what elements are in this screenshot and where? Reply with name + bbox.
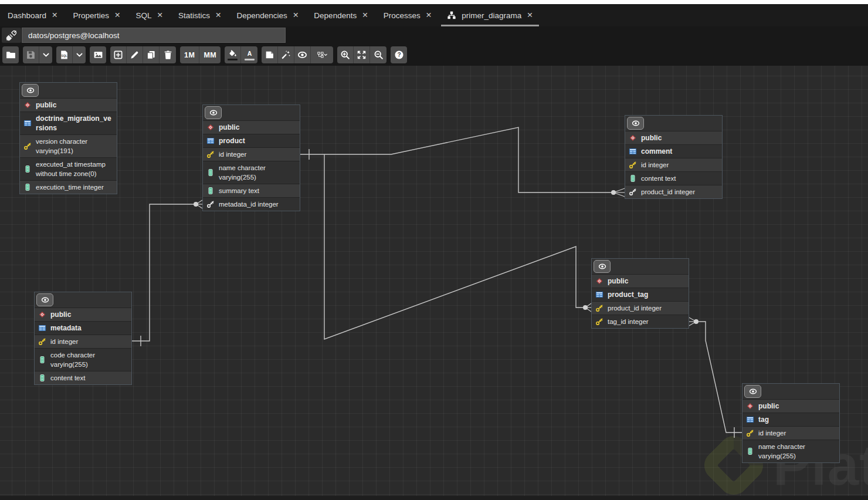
- tab-sql[interactable]: SQL✕: [128, 4, 171, 26]
- svg-text:?: ?: [397, 52, 401, 58]
- table-node-product[interactable]: publicproductid integername character va…: [202, 104, 300, 211]
- toggle-details-button[interactable]: [205, 106, 222, 119]
- note-icon: [265, 50, 274, 60]
- tab-statistics[interactable]: Statistics✕: [171, 4, 229, 26]
- foreign-key-icon: [629, 188, 637, 196]
- table-name-row: product_tag: [592, 288, 689, 301]
- tab-dashboard[interactable]: Dashboard✕: [0, 4, 66, 26]
- save-project-button[interactable]: [23, 46, 39, 63]
- primary-key-icon: [38, 337, 46, 346]
- many-to-many-button[interactable]: MM: [199, 46, 221, 63]
- table-node-doctrine_migration_versions[interactable]: publicdoctrine_migration_versionsversion…: [19, 82, 117, 194]
- column-row: name character varying(255): [742, 440, 839, 462]
- toolbar-group: [90, 46, 106, 63]
- tab-close-icon[interactable]: ✕: [52, 12, 57, 19]
- row-label: metadata: [50, 323, 82, 333]
- tab-close-icon[interactable]: ✕: [215, 12, 221, 19]
- image-icon: [93, 50, 103, 60]
- show-details-button[interactable]: [294, 46, 311, 63]
- page-top-strip: [0, 0, 868, 4]
- eye-icon: [26, 86, 35, 94]
- tab-close-icon[interactable]: ✕: [426, 12, 432, 19]
- zoom-out-icon: [374, 50, 384, 60]
- table-node-product_tag[interactable]: publicproduct_tagproduct_id integertag_i…: [591, 258, 689, 329]
- tab-processes[interactable]: Processes✕: [376, 4, 440, 26]
- toggle-details-button[interactable]: [594, 260, 611, 273]
- connection-input[interactable]: [22, 28, 286, 43]
- pencil-icon: [130, 50, 140, 60]
- sql-menu-button[interactable]: [73, 46, 86, 63]
- toolbar-group: ?: [391, 46, 407, 63]
- auto-align-button[interactable]: [278, 46, 294, 63]
- toggle-details-button[interactable]: [627, 117, 644, 130]
- row-label: public: [50, 310, 71, 319]
- toggle-details-button[interactable]: [22, 84, 39, 97]
- add-table-button[interactable]: [110, 46, 127, 63]
- tab-primer_diagrama[interactable]: primer_diagrama✕: [439, 4, 541, 26]
- toggle-details-button[interactable]: [744, 385, 761, 398]
- row-label: public: [36, 100, 56, 110]
- zoom-out-button[interactable]: [370, 46, 386, 63]
- row-label: comment: [641, 147, 672, 156]
- row-label: public: [219, 123, 239, 132]
- schema-row: public: [35, 308, 131, 321]
- toolbar-group: [2, 46, 19, 63]
- diagram-canvas[interactable]: [0, 66, 868, 496]
- primary-key-icon: [206, 150, 215, 158]
- tab-close-icon[interactable]: ✕: [293, 12, 299, 19]
- add-note-button[interactable]: [262, 46, 278, 63]
- drop-table-button[interactable]: [160, 46, 176, 63]
- save-as-menu-button[interactable]: [39, 46, 52, 63]
- download-image-button[interactable]: [90, 46, 106, 63]
- tab-dependencies[interactable]: Dependencies✕: [229, 4, 307, 26]
- open-project-button[interactable]: [2, 46, 19, 63]
- schema-diamond-icon: [23, 101, 32, 109]
- cardinality-notation-button[interactable]: [311, 46, 333, 63]
- schema-row: public: [20, 98, 117, 112]
- relation-icon: [317, 50, 327, 60]
- tab-dependents[interactable]: Dependents✕: [306, 4, 375, 26]
- row-label: summary text: [219, 186, 259, 195]
- table-node-metadata[interactable]: publicmetadataid integercode character v…: [34, 292, 132, 385]
- schema-row: public: [742, 399, 839, 413]
- edit-table-button[interactable]: [127, 46, 143, 63]
- tab-close-icon[interactable]: ✕: [362, 12, 368, 19]
- primary-key-icon: [595, 304, 603, 312]
- tab-close-icon[interactable]: ✕: [157, 12, 163, 19]
- tab-close-icon[interactable]: ✕: [114, 12, 120, 19]
- fill-color-button[interactable]: [225, 46, 241, 63]
- clone-table-button[interactable]: [143, 46, 160, 63]
- row-label: executed_at timestamp without time zone(…: [36, 160, 113, 178]
- tab-close-icon[interactable]: ✕: [527, 12, 533, 19]
- tab-label: Statistics: [178, 11, 210, 20]
- column-icon: [23, 183, 32, 191]
- erd-toolbar: SQL1MMMA?: [0, 44, 868, 66]
- help-icon: ?: [394, 50, 404, 60]
- row-label: product_tag: [608, 290, 648, 299]
- erd-tool-window: Dashboard✕Properties✕SQL✕Statistics✕Depe…: [0, 0, 868, 500]
- schema-diamond-icon: [746, 402, 754, 410]
- save-icon: [26, 50, 36, 60]
- table-node-header: [35, 292, 131, 308]
- eye-icon: [297, 50, 307, 60]
- table-icon: [595, 290, 603, 299]
- table-node-comment[interactable]: publiccommentid integercontent textprodu…: [625, 115, 723, 199]
- table-node-header: [625, 116, 722, 131]
- column-row: product_id integer: [592, 301, 689, 315]
- help-button[interactable]: ?: [391, 46, 407, 63]
- toolbar-group: [262, 46, 333, 63]
- tab-properties[interactable]: Properties✕: [66, 4, 128, 26]
- one-to-many-button[interactable]: 1M: [180, 46, 199, 63]
- row-label: name character varying(255): [758, 442, 836, 461]
- row-label: execution_time integer: [36, 183, 104, 192]
- table-icon: [38, 324, 46, 332]
- column-row: execution_time integer: [20, 180, 117, 194]
- page-bottom-strip: [0, 496, 868, 500]
- table-node-tag[interactable]: publictagid integername character varyin…: [742, 383, 840, 463]
- zoom-in-button[interactable]: [337, 46, 354, 63]
- generate-sql-button[interactable]: SQL: [56, 46, 73, 63]
- zoom-to-fit-button[interactable]: [354, 46, 370, 63]
- text-color-button[interactable]: A: [241, 46, 257, 63]
- column-row: code character varying(255): [35, 348, 131, 371]
- toggle-details-button[interactable]: [36, 293, 53, 306]
